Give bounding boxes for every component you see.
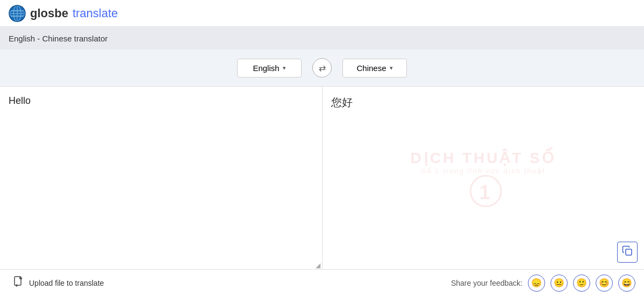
copy-icon bbox=[622, 245, 633, 259]
feedback-neutral-icon: 🙂 bbox=[576, 278, 587, 288]
language-selector-row: English ▾ ⇄ Chinese ▾ bbox=[0, 50, 644, 86]
subtitle-text: English - Chinese translator bbox=[9, 34, 108, 43]
source-language-label: English bbox=[253, 64, 279, 73]
translated-text: 您好 bbox=[331, 95, 636, 110]
watermark: DỊCH THUẬT SỐ Số 1 trong lĩnh vực dịch t… bbox=[410, 149, 556, 207]
target-panel: 您好 DỊCH THUẬT SỐ Số 1 trong lĩnh vực dịc… bbox=[323, 87, 645, 269]
feedback-neutral-button[interactable]: 🙂 bbox=[573, 274, 590, 292]
source-language-chevron: ▾ bbox=[283, 65, 286, 72]
translation-area: ◢ 您好 DỊCH THUẬT SỐ Số 1 trong lĩnh vực d… bbox=[0, 86, 644, 269]
feedback-good-icon: 😊 bbox=[599, 278, 610, 288]
upload-file-area[interactable]: Upload file to translate bbox=[9, 273, 108, 292]
logo-translate-text: translate bbox=[73, 6, 118, 20]
source-panel: ◢ bbox=[0, 87, 323, 269]
resize-handle[interactable]: ◢ bbox=[314, 262, 322, 269]
watermark-line2: Số 1 trong lĩnh vực dịch thuật bbox=[410, 167, 556, 175]
globe-icon bbox=[9, 5, 26, 22]
target-language-chevron: ▾ bbox=[390, 65, 393, 72]
feedback-very-bad-icon: 😞 bbox=[531, 278, 542, 288]
feedback-great-button[interactable]: 😄 bbox=[618, 274, 635, 292]
feedback-area: Share your feedback: 😞 😐 🙂 😊 😄 bbox=[451, 274, 635, 292]
feedback-great-icon: 😄 bbox=[621, 278, 632, 288]
subtitle-bar: English - Chinese translator bbox=[0, 27, 644, 50]
feedback-bad-icon: 😐 bbox=[554, 278, 564, 288]
logo-glosbe-text: glosbe bbox=[30, 6, 68, 20]
source-text-input[interactable] bbox=[9, 95, 313, 260]
feedback-very-bad-button[interactable]: 😞 bbox=[528, 274, 545, 292]
watermark-number: 1 bbox=[470, 175, 502, 207]
target-language-label: Chinese bbox=[356, 64, 386, 73]
swap-languages-button[interactable]: ⇄ bbox=[312, 58, 332, 77]
watermark-line1: DỊCH THUẬT SỐ bbox=[410, 149, 556, 167]
target-language-button[interactable]: Chinese ▾ bbox=[342, 59, 407, 77]
feedback-bad-button[interactable]: 😐 bbox=[550, 274, 568, 292]
footer: Upload file to translate Share your feed… bbox=[0, 269, 644, 296]
header: glosbe translate bbox=[0, 0, 644, 27]
feedback-good-button[interactable]: 😊 bbox=[596, 274, 613, 292]
upload-label: Upload file to translate bbox=[29, 279, 104, 287]
svg-rect-6 bbox=[626, 249, 632, 255]
copy-button[interactable] bbox=[617, 242, 638, 263]
feedback-label: Share your feedback: bbox=[451, 279, 523, 287]
upload-icon bbox=[13, 276, 25, 290]
swap-icon: ⇄ bbox=[319, 63, 326, 73]
source-language-button[interactable]: English ▾ bbox=[237, 59, 302, 77]
logo-area: glosbe translate bbox=[9, 5, 118, 22]
